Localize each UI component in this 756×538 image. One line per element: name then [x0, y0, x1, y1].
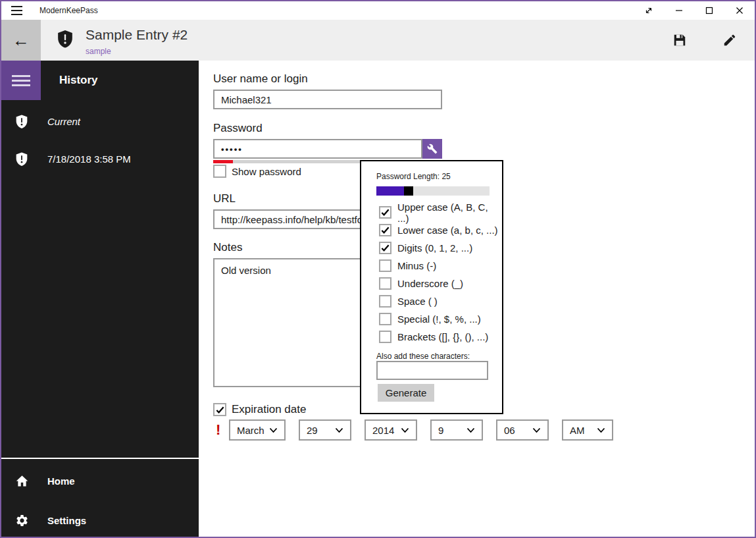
shield-icon: [14, 114, 29, 129]
underscore-label: Underscore (_): [397, 278, 463, 289]
option-row: Minus (-): [379, 257, 502, 275]
home-label: Home: [47, 475, 75, 487]
titlebar-hamburger-icon[interactable]: [11, 6, 22, 15]
minimize-icon: [675, 7, 683, 14]
digits-checkbox[interactable]: [379, 242, 391, 254]
username-label: User name or login: [213, 72, 308, 86]
maximize-icon: [705, 7, 713, 14]
year-dropdown[interactable]: 2014: [365, 419, 417, 441]
upper-case-checkbox[interactable]: [379, 206, 391, 219]
window-controls: [634, 1, 755, 20]
sidebar-heading: History: [59, 74, 98, 87]
space-checkbox[interactable]: [379, 295, 391, 308]
minute-dropdown[interactable]: 06: [496, 419, 549, 441]
close-button[interactable]: [724, 1, 755, 20]
hour-dropdown[interactable]: 9: [430, 419, 483, 441]
shield-icon: [14, 151, 29, 167]
option-row: Brackets ([], {}, (), ...): [379, 328, 502, 346]
hour-value: 9: [438, 425, 443, 436]
day-dropdown[interactable]: 29: [299, 419, 351, 441]
close-icon: [736, 7, 743, 14]
year-value: 2014: [372, 425, 394, 436]
upper-case-label: Upper case (A, B, C, ...): [397, 202, 502, 224]
checkmark-icon: [380, 243, 390, 253]
show-password-label: Show password: [232, 166, 301, 177]
password-generator-popup: Password Length: 25 Upper case (A, B, C,…: [360, 160, 503, 414]
underscore-checkbox[interactable]: [379, 277, 391, 290]
day-value: 29: [307, 425, 318, 436]
also-add-label: Also add these characters:: [376, 352, 470, 361]
chevron-down-icon: [532, 427, 541, 433]
save-icon: [672, 33, 687, 47]
checkmark-icon: [380, 225, 390, 235]
brackets-label: Brackets ([], {}, (), ...): [397, 331, 488, 342]
chevron-down-icon: [269, 427, 278, 433]
option-row: Special (!, $, %, ...): [379, 310, 502, 328]
sidebar: History Current 7/18/2018 3:58 PM Home: [1, 61, 199, 537]
entry-shield-icon: [57, 29, 74, 49]
sidebar-item-history-entry[interactable]: 7/18/2018 3:58 PM: [1, 146, 199, 172]
password-length-slider[interactable]: [376, 186, 490, 196]
generate-button[interactable]: Generate: [378, 384, 434, 402]
ampm-value: AM: [570, 425, 585, 436]
digits-label: Digits (0, 1, 2, ...): [397, 242, 472, 254]
minus-label: Minus (-): [397, 260, 436, 271]
username-input[interactable]: [213, 90, 442, 109]
minute-value: 06: [504, 425, 515, 436]
home-icon: [14, 474, 29, 488]
sidebar-item-settings[interactable]: Settings: [1, 507, 199, 533]
option-row: Digits (0, 1, 2, ...): [379, 239, 502, 257]
special-label: Special (!, $, %, ...): [397, 313, 481, 325]
checkmark-icon: [380, 207, 390, 217]
month-dropdown[interactable]: March: [229, 419, 286, 441]
resize-diagonal-button[interactable]: [634, 1, 664, 20]
expiration-checkbox[interactable]: [213, 403, 226, 416]
chevron-down-icon: [466, 427, 475, 433]
slider-handle[interactable]: [404, 186, 413, 196]
option-row: Upper case (A, B, C, ...): [379, 203, 502, 221]
sidebar-divider: [1, 458, 199, 459]
option-row: Underscore (_): [379, 275, 502, 292]
app-window: ModernKeePass ← Sample Entry #2 sample: [0, 0, 756, 538]
checkmark-icon: [215, 405, 225, 415]
history-item-label: 7/18/2018 3:58 PM: [47, 153, 131, 165]
save-button[interactable]: [669, 30, 690, 51]
show-password-checkbox[interactable]: [213, 165, 226, 178]
edit-pencil-icon: [722, 33, 737, 47]
also-add-input[interactable]: [376, 361, 488, 380]
settings-label: Settings: [47, 515, 86, 526]
chevron-down-icon: [401, 427, 409, 433]
sidebar-item-home[interactable]: Home: [1, 468, 199, 494]
expired-warning-icon: !: [216, 421, 220, 439]
slider-track[interactable]: [413, 186, 490, 196]
titlebar: ModernKeePass: [1, 1, 755, 20]
lower-case-checkbox[interactable]: [379, 224, 391, 236]
generator-options: Upper case (A, B, C, ...) Lower case (a,…: [379, 203, 502, 346]
back-arrow-icon: ←: [13, 30, 30, 51]
gear-icon: [14, 514, 29, 527]
hamburger-icon: [12, 75, 30, 86]
ampm-dropdown[interactable]: AM: [562, 419, 613, 441]
sidebar-item-current[interactable]: Current: [1, 108, 199, 134]
password-label: Password: [213, 122, 263, 135]
entry-group-link[interactable]: sample: [86, 47, 111, 56]
expiration-label: Expiration date: [232, 403, 306, 416]
nav-menu-button[interactable]: [1, 61, 41, 100]
special-checkbox[interactable]: [379, 313, 391, 325]
month-value: March: [237, 425, 265, 436]
minimize-button[interactable]: [664, 1, 694, 20]
password-input[interactable]: [213, 139, 422, 159]
minus-checkbox[interactable]: [379, 259, 391, 272]
history-item-label: Current: [47, 116, 80, 127]
option-row: Space ( ): [379, 292, 502, 310]
entry-header: ← Sample Entry #2 sample: [1, 20, 755, 61]
brackets-checkbox[interactable]: [379, 331, 391, 343]
lower-case-label: Lower case (a, b, c, ...): [397, 225, 498, 236]
maximize-button[interactable]: [694, 1, 724, 20]
notes-label: Notes: [213, 241, 242, 254]
wrench-icon: [427, 144, 438, 154]
edit-button[interactable]: [719, 30, 740, 51]
back-button[interactable]: ←: [1, 20, 41, 61]
entry-title: Sample Entry #2: [86, 27, 188, 43]
password-generator-button[interactable]: [422, 139, 442, 159]
